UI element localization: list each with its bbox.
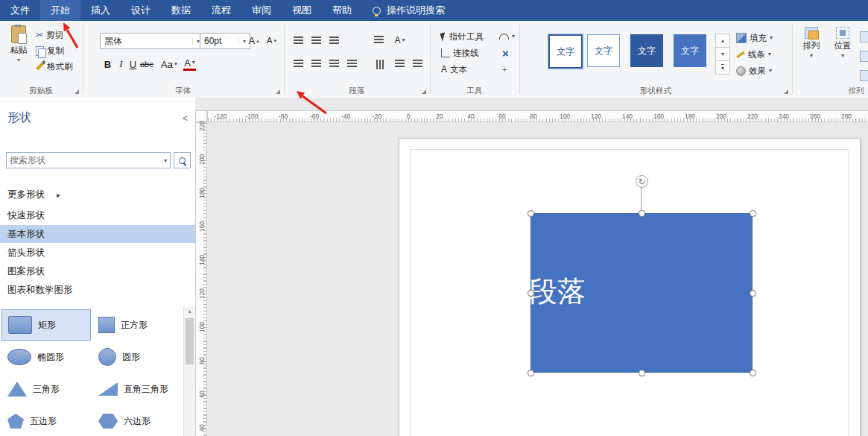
style-preview-medium[interactable]: 文字 [674, 34, 706, 67]
collapse-panel-icon[interactable]: < [183, 113, 188, 124]
tab-流程[interactable]: 流程 [201, 0, 241, 21]
shape-search-input[interactable] [7, 155, 161, 165]
pointer-tool-button[interactable]: 指针工具 [441, 30, 484, 43]
fill-button[interactable]: 填充 ▾ [736, 31, 773, 45]
shape-item-正方形[interactable]: 正方形 [92, 309, 182, 341]
change-case-button[interactable]: Aa▾ [161, 57, 177, 72]
resize-handle-se[interactable] [750, 370, 756, 376]
paste-button[interactable]: 粘贴 ▾ [4, 24, 33, 63]
up-icon: ▴ [721, 37, 724, 44]
bold-button[interactable]: B [101, 57, 114, 72]
underline-button[interactable]: U [127, 57, 139, 72]
bullets-button[interactable] [373, 33, 385, 48]
grow-font-button[interactable]: A▴ [247, 33, 260, 48]
tab-设计[interactable]: 设计 [121, 0, 161, 21]
category-基本形状[interactable]: 基本形状 [0, 225, 195, 243]
dialog-launcher-icon[interactable] [422, 89, 426, 94]
category-箭头形状[interactable]: 箭头形状 [0, 244, 195, 262]
cut-button[interactable]: ✂ 剪切 [36, 28, 63, 42]
connector-tool-button[interactable]: 连接线 [441, 46, 479, 60]
dialog-launcher-icon[interactable] [784, 89, 788, 94]
dialog-launcher-icon[interactable] [276, 89, 280, 94]
tab-文件[interactable]: 文件 [0, 0, 40, 21]
more-tools-button[interactable]: + [502, 63, 507, 76]
copy-button[interactable]: 复制 [36, 44, 64, 57]
connection-point-tool-button[interactable]: × [502, 46, 509, 60]
shape-item-椭圆形[interactable]: 椭圆形 [1, 341, 91, 373]
resize-handle-w[interactable] [528, 290, 534, 297]
decrease-indent-button[interactable] [393, 57, 406, 72]
clipped-ribbon-button[interactable] [860, 70, 868, 81]
styles-more-button[interactable]: ▾ [715, 60, 730, 75]
styles-scroll-up-button[interactable]: ▴ [715, 34, 730, 48]
resize-handle-e[interactable] [750, 290, 756, 297]
strikethrough-button[interactable]: abc [140, 57, 153, 72]
format-painter-button[interactable]: 格式刷 [36, 60, 73, 73]
style-preview-label: 文字 [557, 45, 574, 58]
work-area[interactable]: 段落 ↻ [207, 122, 868, 436]
align-top-button[interactable] [292, 33, 305, 48]
resize-handle-ne[interactable] [750, 210, 756, 217]
text-direction-button[interactable]: A▾ [393, 33, 406, 48]
align-bottom-button[interactable] [328, 33, 340, 48]
position-button[interactable]: 位置 ▾ [829, 25, 857, 59]
align-right-button[interactable] [328, 57, 340, 72]
category-图案形状[interactable]: 图案形状 [0, 262, 195, 280]
effects-button[interactable]: 效果 ▾ [736, 64, 772, 78]
font-color-label: A [184, 57, 191, 69]
shape-item-六边形[interactable]: 六边形 [92, 405, 182, 436]
clipped-ribbon-button[interactable] [860, 51, 868, 62]
panel-scrollbar[interactable]: ▴ [183, 306, 195, 436]
tab-帮助[interactable]: 帮助 [322, 0, 362, 21]
text-tool-button[interactable]: A 文本 [441, 63, 467, 76]
v-ruler-label: 40 [198, 424, 206, 431]
styles-scroll-down-button[interactable]: ▾ [715, 47, 730, 61]
tab-数据[interactable]: 数据 [161, 0, 201, 21]
scrollbar-thumb[interactable] [186, 318, 194, 364]
increase-indent-button[interactable] [411, 57, 424, 72]
shape-item-三角形[interactable]: 三角形 [1, 373, 91, 405]
style-preview-selected[interactable]: 文字 [548, 34, 583, 69]
category-图表和数学图形[interactable]: 图表和数学图形 [0, 281, 195, 299]
align-middle-button[interactable] [310, 33, 323, 48]
dialog-launcher-icon[interactable] [75, 89, 79, 94]
more-styles-icon: ▾ [721, 64, 724, 72]
tab-插入[interactable]: 插入 [80, 0, 121, 21]
justify-button[interactable] [346, 57, 358, 72]
font-name-combo[interactable]: 黑体 ▾ [100, 33, 204, 49]
shape-item-label: 圆形 [122, 351, 140, 364]
tab-审阅[interactable]: 审阅 [241, 0, 282, 21]
style-preview-outline[interactable]: 文字 [587, 34, 620, 67]
tell-me-search[interactable]: 操作说明搜索 [373, 4, 445, 17]
combo-caret-icon: ▾ [238, 38, 246, 45]
clipped-ribbon-button[interactable] [860, 31, 868, 42]
shape-item-矩形[interactable]: 矩形 [1, 309, 91, 341]
resize-handle-sw[interactable] [528, 370, 534, 376]
shape-search-box[interactable]: ▾ [6, 152, 171, 168]
font-size-combo[interactable]: 60pt ▾ [200, 33, 250, 49]
category-更多形状[interactable]: 更多形状▸ [0, 186, 195, 203]
arrange-button[interactable]: 排列 ▾ [797, 25, 826, 59]
tab-视图[interactable]: 视图 [282, 0, 322, 21]
shape-item-直角三角形[interactable]: 直角三角形 [92, 373, 182, 405]
category-快速形状[interactable]: 快速形状 [0, 206, 195, 224]
align-center-button[interactable] [310, 57, 323, 72]
line-button[interactable]: 线条 ▾ [736, 48, 771, 61]
shape-item-五边形[interactable]: 五边形 [1, 405, 91, 436]
shape-item-圆形[interactable]: 圆形 [92, 341, 182, 373]
resize-handle-nw[interactable] [528, 210, 534, 217]
vertical-text-button[interactable] [373, 57, 385, 72]
style-preview-dark[interactable]: 文字 [630, 34, 663, 67]
resize-handle-n[interactable] [639, 210, 645, 217]
selected-rectangle-shape[interactable]: 段落 [530, 213, 753, 373]
resize-handle-s[interactable] [639, 370, 645, 376]
shape-search-button[interactable] [174, 152, 191, 168]
tab-开始[interactable]: 开始 [40, 0, 80, 21]
shape-item-label: 矩形 [38, 319, 56, 332]
arc-tool-button[interactable]: ▾ [499, 30, 515, 43]
italic-button[interactable]: I [115, 57, 127, 72]
rotation-handle[interactable]: ↻ [636, 175, 648, 188]
shrink-font-button[interactable]: A▾ [265, 33, 278, 48]
font-color-button[interactable]: A▾ [183, 57, 196, 71]
align-left-button[interactable] [292, 57, 305, 72]
